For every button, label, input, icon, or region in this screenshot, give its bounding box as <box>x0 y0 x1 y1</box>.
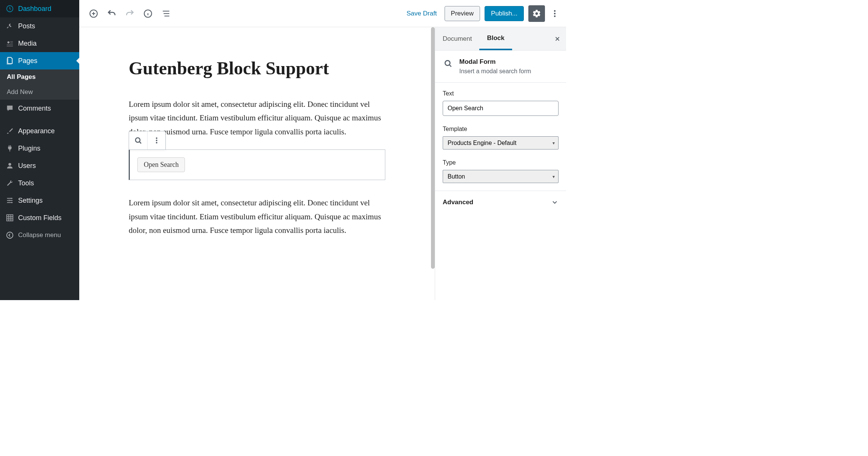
undo-button[interactable] <box>103 5 120 22</box>
block-title: Modal Form <box>459 58 559 66</box>
collapse-icon <box>5 231 14 240</box>
publish-button[interactable]: Publish... <box>485 6 524 21</box>
sidebar-item-label: Appearance <box>18 127 55 135</box>
field-label-template: Template <box>443 126 559 132</box>
inspector-panel: Document Block Modal Form Insert a modal… <box>435 27 566 300</box>
svg-point-3 <box>11 198 12 199</box>
sidebar-sub-all-pages[interactable]: All Pages <box>0 69 79 85</box>
svg-point-7 <box>7 232 13 239</box>
redo-button[interactable] <box>122 5 138 22</box>
add-block-button[interactable] <box>85 5 102 22</box>
close-inspector-button[interactable] <box>554 35 561 42</box>
paragraph-block[interactable]: Lorem ipsum dolor sit amet, consectetur … <box>129 196 385 237</box>
field-label-text: Text <box>443 90 559 97</box>
sidebar-item-label: Tools <box>18 179 34 187</box>
outline-button[interactable] <box>158 5 174 22</box>
block-description: Insert a modal search form <box>459 68 559 75</box>
sidebar-item-label: Comments <box>18 105 51 112</box>
svg-point-16 <box>156 142 157 143</box>
sidebar-item-pages[interactable]: Pages <box>0 52 79 69</box>
pin-icon <box>5 22 14 31</box>
sidebar-item-posts[interactable]: Posts <box>0 17 79 35</box>
sidebar-item-label: Users <box>18 162 36 170</box>
search-icon <box>443 58 453 69</box>
advanced-panel-toggle[interactable]: Advanced <box>435 191 566 214</box>
sidebar-item-plugins[interactable]: Plugins <box>0 140 79 157</box>
paragraph-block[interactable]: Lorem ipsum dolor sit amet, consectetur … <box>129 97 385 139</box>
svg-point-11 <box>554 12 556 14</box>
wrench-icon <box>5 179 14 188</box>
more-menu-button[interactable] <box>549 5 560 22</box>
sidebar-item-label: Posts <box>18 22 35 30</box>
type-select[interactable]: Button <box>443 170 559 183</box>
sidebar-item-label: Pages <box>18 57 37 65</box>
plug-icon <box>5 144 14 153</box>
editor-canvas[interactable]: Gutenberg Block Support Lorem ipsum dolo… <box>79 27 435 300</box>
template-select[interactable]: Products Engine - Default <box>443 136 559 149</box>
chevron-down-icon <box>551 199 559 206</box>
sidebar-item-label: Dashboard <box>18 5 51 13</box>
open-search-button[interactable]: Open Search <box>137 157 185 172</box>
sidebar-item-label: Plugins <box>18 145 40 153</box>
sliders-icon <box>5 196 14 205</box>
post-title[interactable]: Gutenberg Block Support <box>129 57 385 79</box>
dashboard-icon <box>5 4 14 13</box>
svg-point-2 <box>8 163 11 166</box>
sidebar-item-custom-fields[interactable]: Custom Fields <box>0 209 79 226</box>
block-toolbar <box>129 131 166 150</box>
sidebar-item-tools[interactable]: Tools <box>0 174 79 192</box>
svg-rect-6 <box>7 215 13 221</box>
sidebar-item-media[interactable]: Media <box>0 35 79 52</box>
sidebar-item-comments[interactable]: Comments <box>0 100 79 117</box>
sidebar-item-label: Custom Fields <box>18 214 62 222</box>
sidebar-collapse-label: Collapse menu <box>18 231 61 239</box>
tab-document[interactable]: Document <box>435 27 479 50</box>
sidebar-item-users[interactable]: Users <box>0 157 79 174</box>
svg-point-17 <box>445 60 450 65</box>
tab-block[interactable]: Block <box>479 27 512 50</box>
media-icon <box>5 39 14 48</box>
modal-form-block[interactable]: Open Search <box>129 149 385 180</box>
sidebar-item-label: Media <box>18 40 37 48</box>
field-label-type: Type <box>443 159 559 166</box>
svg-point-15 <box>156 140 157 141</box>
svg-point-10 <box>554 10 556 11</box>
save-draft-button[interactable]: Save Draft <box>403 7 440 20</box>
editor-topbar: Save Draft Preview Publish... <box>79 0 566 27</box>
block-type-button[interactable] <box>129 131 147 149</box>
settings-toggle-button[interactable] <box>528 5 545 22</box>
svg-point-12 <box>554 15 556 17</box>
svg-point-14 <box>156 137 157 139</box>
svg-point-13 <box>135 138 140 142</box>
brush-icon <box>5 126 14 136</box>
svg-point-5 <box>11 202 13 203</box>
sidebar-item-label: Settings <box>18 197 43 205</box>
block-header: Modal Form Insert a modal search form <box>435 51 566 83</box>
svg-point-1 <box>8 42 9 44</box>
preview-button[interactable]: Preview <box>445 6 480 21</box>
block-more-button[interactable] <box>147 131 165 149</box>
scrollbar[interactable] <box>431 27 435 269</box>
text-input[interactable] <box>443 101 559 116</box>
sidebar-submenu-pages: All Pages Add New <box>0 69 79 100</box>
grid-icon <box>5 213 14 222</box>
user-icon <box>5 161 14 170</box>
info-button[interactable] <box>140 5 156 22</box>
sidebar-item-appearance[interactable]: Appearance <box>0 122 79 140</box>
pages-icon <box>5 56 14 65</box>
admin-sidebar: Dashboard Posts Media Pages All Pages Ad… <box>0 0 79 300</box>
sidebar-item-settings[interactable]: Settings <box>0 192 79 209</box>
advanced-label: Advanced <box>443 199 473 206</box>
comment-icon <box>5 104 14 113</box>
sidebar-collapse[interactable]: Collapse menu <box>0 226 79 244</box>
sidebar-sub-add-new[interactable]: Add New <box>0 85 79 100</box>
svg-point-4 <box>8 200 10 201</box>
inspector-tabs: Document Block <box>435 27 566 51</box>
sidebar-item-dashboard[interactable]: Dashboard <box>0 0 79 17</box>
